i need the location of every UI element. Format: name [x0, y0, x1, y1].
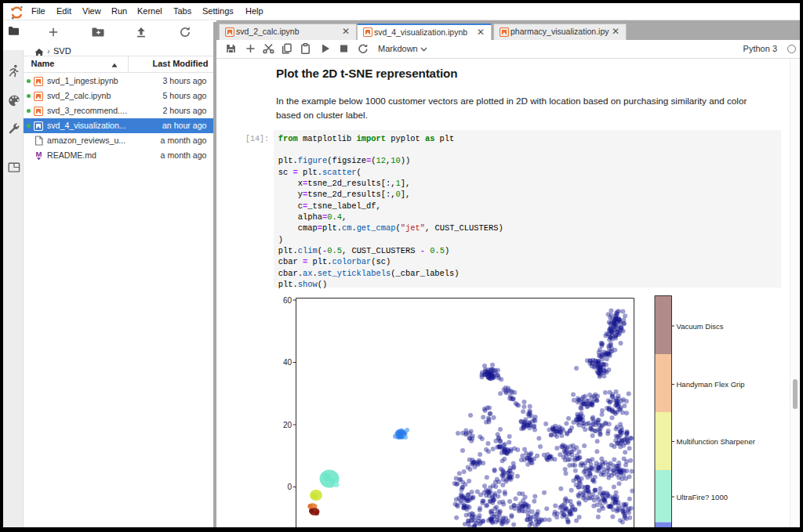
svg-text:Vacuum Discs: Vacuum Discs — [677, 322, 724, 331]
svg-text:Multifunction Sharpener: Multifunction Sharpener — [677, 437, 755, 446]
svg-text:M: M — [36, 150, 42, 158]
svg-text:40: 40 — [283, 358, 292, 367]
svg-text:0: 0 — [287, 483, 292, 491]
svg-text:Handyman Flex Grip: Handyman Flex Grip — [677, 380, 745, 389]
svg-text:UltraFire? 1000: UltraFire? 1000 — [677, 493, 728, 501]
svg-text:60: 60 — [283, 296, 292, 305]
svg-text:20: 20 — [283, 421, 292, 429]
